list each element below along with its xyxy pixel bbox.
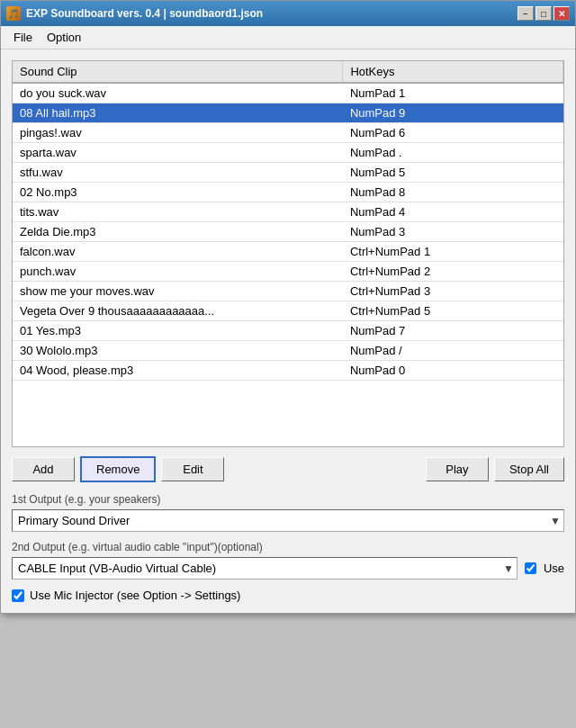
- close-button[interactable]: ✕: [554, 6, 570, 21]
- title-bar: 🎵 EXP Soundboard vers. 0.4 | soundbaord1…: [1, 1, 575, 26]
- hotkey-cell: NumPad 0: [343, 361, 563, 381]
- table-row[interactable]: 30 Wololo.mp3NumPad /: [13, 341, 563, 361]
- hotkey-cell: NumPad .: [343, 143, 563, 163]
- clip-cell: Zelda Die.mp3: [13, 222, 343, 242]
- action-buttons: Add Remove Edit Play Stop All: [12, 456, 564, 482]
- hotkey-cell: NumPad 5: [343, 163, 563, 183]
- clip-cell: sparta.wav: [13, 143, 343, 163]
- mic-injector-row: Use Mic Injector (see Option -> Settings…: [12, 589, 564, 602]
- col-header-clip: Sound Clip: [13, 61, 343, 83]
- clip-cell: pingas!.wav: [13, 123, 343, 143]
- app-window: 🎵 EXP Soundboard vers. 0.4 | soundbaord1…: [0, 0, 576, 614]
- table-row[interactable]: falcon.wavCtrl+NumPad 1: [13, 242, 563, 262]
- clip-cell: punch.wav: [13, 262, 343, 282]
- clip-cell: do you suck.wav: [13, 83, 343, 103]
- play-button[interactable]: Play: [426, 457, 489, 481]
- maximize-button[interactable]: □: [536, 6, 552, 21]
- output2-dropdown[interactable]: CABLE Input (VB-Audio Virtual Cable): [12, 557, 518, 580]
- menu-option[interactable]: Option: [41, 29, 86, 46]
- clip-cell: stfu.wav: [13, 163, 343, 183]
- edit-button[interactable]: Edit: [161, 457, 224, 481]
- clip-cell: 02 No.mp3: [13, 183, 343, 202]
- hotkey-cell: Ctrl+NumPad 1: [343, 242, 563, 262]
- hotkey-cell: Ctrl+NumPad 2: [343, 262, 563, 282]
- table-row[interactable]: Zelda Die.mp3NumPad 3: [13, 222, 563, 242]
- output1-row: Primary Sound Driver ▼: [12, 509, 564, 532]
- table-row[interactable]: tits.wavNumPad 4: [13, 202, 563, 222]
- table-row[interactable]: 08 All hail.mp3NumPad 9: [13, 103, 563, 123]
- hotkey-cell: Ctrl+NumPad 5: [343, 301, 563, 321]
- hotkey-cell: NumPad /: [343, 341, 563, 361]
- add-button[interactable]: Add: [12, 457, 75, 481]
- clip-cell: 30 Wololo.mp3: [13, 341, 343, 361]
- remove-button[interactable]: Remove: [80, 456, 156, 482]
- hotkey-cell: NumPad 7: [343, 321, 563, 341]
- table-row[interactable]: 04 Wood, please.mp3NumPad 0: [13, 361, 563, 381]
- output2-use-label[interactable]: Use: [544, 562, 564, 575]
- hotkey-cell: NumPad 9: [343, 103, 563, 123]
- hotkey-cell: NumPad 4: [343, 202, 563, 222]
- menu-file[interactable]: File: [8, 29, 38, 46]
- output2-row: CABLE Input (VB-Audio Virtual Cable) ▼ U…: [12, 557, 564, 580]
- window-title: EXP Soundboard vers. 0.4 | soundbaord1.j…: [26, 7, 263, 20]
- app-icon: 🎵: [6, 6, 21, 21]
- minimize-button[interactable]: −: [518, 6, 534, 21]
- main-content: Sound Clip HotKeys do you suck.wavNumPad…: [1, 49, 575, 613]
- table-row[interactable]: punch.wavCtrl+NumPad 2: [13, 262, 563, 282]
- hotkey-cell: NumPad 3: [343, 222, 563, 242]
- hotkey-cell: NumPad 6: [343, 123, 563, 143]
- table-row[interactable]: sparta.wavNumPad .: [13, 143, 563, 163]
- output1-label: 1st Output (e.g. your speakers): [12, 493, 564, 506]
- hotkey-cell: NumPad 1: [343, 83, 563, 103]
- clip-cell: 04 Wood, please.mp3: [13, 361, 343, 381]
- window-controls: − □ ✕: [518, 6, 570, 21]
- table-header-row: Sound Clip HotKeys: [13, 61, 563, 83]
- table-row[interactable]: pingas!.wavNumPad 6: [13, 123, 563, 143]
- clip-cell: 01 Yes.mp3: [13, 321, 343, 341]
- mic-injector-checkbox[interactable]: [12, 589, 24, 602]
- clip-cell: tits.wav: [13, 202, 343, 222]
- col-header-hotkey: HotKeys: [343, 61, 563, 83]
- table-row[interactable]: Vegeta Over 9 thousaaaaaaaaaaaa...Ctrl+N…: [13, 301, 563, 321]
- stop-all-button[interactable]: Stop All: [494, 457, 564, 481]
- clip-cell: 08 All hail.mp3: [13, 103, 343, 123]
- hotkey-cell: Ctrl+NumPad 3: [343, 282, 563, 301]
- menu-bar: File Option: [1, 26, 575, 49]
- output2-dropdown-wrapper[interactable]: CABLE Input (VB-Audio Virtual Cable) ▼: [12, 557, 518, 580]
- table-row[interactable]: 01 Yes.mp3NumPad 7: [13, 321, 563, 341]
- table-row[interactable]: show me your moves.wavCtrl+NumPad 3: [13, 282, 563, 301]
- sound-clip-table[interactable]: Sound Clip HotKeys do you suck.wavNumPad…: [12, 60, 564, 447]
- clip-cell: show me your moves.wav: [13, 282, 343, 301]
- mic-injector-label[interactable]: Use Mic Injector (see Option -> Settings…: [30, 589, 240, 602]
- clip-cell: Vegeta Over 9 thousaaaaaaaaaaaa...: [13, 301, 343, 321]
- output2-use-checkbox[interactable]: [525, 562, 536, 574]
- hotkey-cell: NumPad 8: [343, 183, 563, 202]
- clip-cell: falcon.wav: [13, 242, 343, 262]
- table-row[interactable]: 02 No.mp3NumPad 8: [13, 183, 563, 202]
- output1-dropdown[interactable]: Primary Sound Driver: [12, 509, 564, 532]
- output1-dropdown-wrapper[interactable]: Primary Sound Driver ▼: [12, 509, 564, 532]
- table-row[interactable]: do you suck.wavNumPad 1: [13, 83, 563, 103]
- output2-label: 2nd Output (e.g. virtual audio cable "in…: [12, 541, 564, 553]
- table-row[interactable]: stfu.wavNumPad 5: [13, 163, 563, 183]
